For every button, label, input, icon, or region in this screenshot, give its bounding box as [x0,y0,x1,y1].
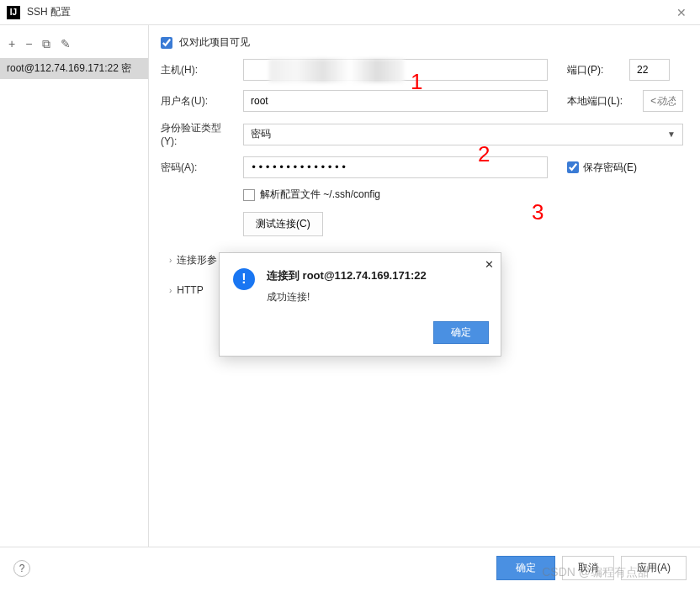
parse-config-row: 解析配置文件 ~/.ssh/config [243,188,683,202]
local-port-input[interactable] [643,90,683,112]
save-password-label: 保存密码(E) [583,161,637,175]
dialog-ok-button[interactable]: 确定 [433,321,489,344]
ok-button[interactable]: 确定 [496,556,555,580]
info-icon: ! [233,268,255,290]
titlebar: IJ SSH 配置 ✕ [0,0,700,25]
dialog-text: 连接到 root@112.74.169.171:22 成功连接! [267,268,427,304]
cancel-button[interactable]: 取消 [562,556,614,580]
password-input[interactable] [243,156,548,178]
port-label: 端口(P): [567,63,623,77]
authtype-row: 身份验证类型(Y): 密码 ▼ [161,121,683,147]
apply-button[interactable]: 应用(A) [621,556,687,580]
authtype-select[interactable]: 密码 ▼ [243,124,683,145]
password-row: 密码(A): 保存密码(E) [161,156,683,178]
dialog-title: 连接到 root@112.74.169.171:22 [267,268,427,283]
dialog-footer: 确定 [220,313,501,356]
window-title: SSH 配置 [27,5,670,19]
user-input[interactable] [243,90,548,112]
chevron-down-icon: ▼ [667,130,676,139]
password-label: 密码(A): [161,161,236,175]
app-icon: IJ [7,6,20,19]
authtype-value: 密码 [251,127,271,141]
dialog-body: ! 连接到 root@112.74.169.171:22 成功连接! [220,253,501,313]
dialog-close-icon[interactable]: ✕ [485,258,494,271]
chevron-right-icon: › [169,286,172,295]
chevron-right-icon: › [169,256,172,265]
sidebar-toolbar: + − ⧉ ✎ [0,34,148,58]
add-icon[interactable]: + [8,37,15,51]
dialog-message: 成功连接! [267,290,427,304]
connection-dialog: ✕ ! 连接到 root@112.74.169.171:22 成功连接! 确定 [219,252,501,357]
test-connection-button[interactable]: 测试连接(C) [243,212,323,236]
host-label: 主机(H): [161,63,236,77]
copy-icon[interactable]: ⧉ [42,37,50,51]
authtype-label: 身份验证类型(Y): [161,121,236,147]
save-password-wrap: 保存密码(E) [567,161,637,175]
port-input[interactable] [629,59,670,81]
save-password-checkbox[interactable] [567,161,579,173]
bottom-buttons: 确定 取消 应用(A) [496,556,687,580]
user-row: 用户名(U): 本地端口(L): [161,90,683,112]
parse-config-label: 解析配置文件 ~/.ssh/config [260,188,380,202]
help-icon[interactable]: ? [13,560,30,577]
close-icon[interactable]: ✕ [670,6,693,19]
sidebar-item-ssh[interactable]: root@112.74.169.171:22 密 [0,58,148,79]
section-http-label: HTTP [177,284,203,296]
remove-icon[interactable]: − [25,37,32,51]
visible-only-label: 仅对此项目可见 [179,35,250,50]
sidebar: + − ⧉ ✎ root@112.74.169.171:22 密 [0,25,149,547]
user-label: 用户名(U): [161,94,236,108]
section-connection-args-label: 连接形参 [177,253,217,267]
visible-only-row: 仅对此项目可见 [161,35,683,50]
visible-only-checkbox[interactable] [161,37,172,49]
parse-config-checkbox[interactable] [243,189,255,201]
local-port-label: 本地端口(L): [567,94,636,108]
host-input[interactable] [243,59,548,81]
edit-icon[interactable]: ✎ [61,37,71,51]
bottombar: ? 确定 取消 应用(A) [0,547,700,589]
host-row: 主机(H): 端口(P): [161,59,683,81]
